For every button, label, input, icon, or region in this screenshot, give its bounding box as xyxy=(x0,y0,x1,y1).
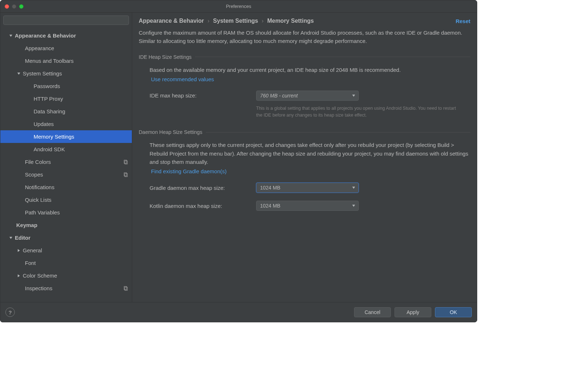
chevron-down-icon xyxy=(352,94,355,97)
tree-color-scheme[interactable]: Color Scheme xyxy=(0,269,132,282)
tree-android-sdk[interactable]: Android SDK xyxy=(0,143,132,156)
tree-appearance[interactable]: Appearance xyxy=(0,42,132,55)
tree-notifications[interactable]: Notifications xyxy=(0,181,132,193)
tree-label: Appearance xyxy=(25,45,54,51)
tree-inspections[interactable]: Inspections xyxy=(0,282,132,295)
tree-appearance-behavior[interactable]: Appearance & Behavior xyxy=(0,29,132,42)
tree-label: Editor xyxy=(15,235,30,241)
ide-heap-hint: This is a global setting that applies to… xyxy=(256,105,458,119)
svg-rect-3 xyxy=(125,161,128,164)
tree-label: Scopes xyxy=(25,171,43,178)
tree-general[interactable]: General xyxy=(0,244,132,257)
svg-rect-4 xyxy=(124,173,127,176)
breadcrumb-b[interactable]: System Settings xyxy=(213,18,258,24)
preferences-window: Preferences Appearan xyxy=(0,0,477,322)
content-pane: Appearance & Behavior › System Settings … xyxy=(132,13,477,302)
page-description: Configure the maximum amount of RAM the … xyxy=(132,29,477,52)
breadcrumb-a[interactable]: Appearance & Behavior xyxy=(139,18,204,24)
chevron-down-icon xyxy=(16,71,21,76)
daemon-heap-legend: Daemon Heap Size Settings xyxy=(139,129,202,135)
gradle-heap-select[interactable]: 1024 MB xyxy=(256,183,359,193)
project-scope-icon xyxy=(123,286,128,291)
tree-label: Inspections xyxy=(25,285,52,291)
tree-label: Menus and Toolbars xyxy=(25,58,74,64)
ide-heap-note: Based on the available memory and your c… xyxy=(150,66,470,74)
titlebar: Preferences xyxy=(0,0,477,13)
tree-updates[interactable]: Updates xyxy=(0,118,132,130)
settings-tree: Appearance & Behavior Appearance Menus a… xyxy=(0,28,132,302)
chevron-right-icon xyxy=(16,248,21,253)
tree-font[interactable]: Font xyxy=(0,257,132,269)
tree-label: General xyxy=(23,247,42,253)
search-input[interactable] xyxy=(3,16,129,25)
daemon-heap-note: These settings apply only to the current… xyxy=(150,141,470,166)
chevron-down-icon xyxy=(352,204,355,208)
window-title: Preferences xyxy=(0,4,477,9)
tree-label: Memory Settings xyxy=(34,134,74,140)
find-gradle-daemons-link[interactable]: Find existing Gradle daemon(s) xyxy=(151,168,227,174)
tree-label: HTTP Proxy xyxy=(34,96,63,102)
apply-button[interactable]: Apply xyxy=(394,307,431,317)
ide-max-heap-select[interactable]: 760 MB - current xyxy=(256,91,359,101)
footer: ? Cancel Apply OK xyxy=(0,302,477,322)
tree-data-sharing[interactable]: Data Sharing xyxy=(0,105,132,118)
tree-http-proxy[interactable]: HTTP Proxy xyxy=(0,92,132,105)
reset-link[interactable]: Reset xyxy=(456,18,470,24)
tree-label: File Colors xyxy=(25,159,51,165)
tree-keymap[interactable]: Keymap xyxy=(0,219,132,231)
breadcrumb-sep: › xyxy=(208,18,210,24)
minimize-window-button[interactable] xyxy=(12,4,16,9)
tree-scopes[interactable]: Scopes xyxy=(0,168,132,181)
kotlin-heap-label: Kotlin daemon max heap size: xyxy=(150,203,256,209)
ide-max-heap-label: IDE max heap size: xyxy=(150,92,256,99)
tree-label: Font xyxy=(25,260,36,266)
window-controls xyxy=(0,4,23,9)
chevron-down-icon xyxy=(352,186,355,190)
tree-passwords[interactable]: Passwords xyxy=(0,80,132,92)
ide-heap-fieldset: IDE Heap Size Settings Based on the avai… xyxy=(139,54,470,121)
tree-quick-lists[interactable]: Quick Lists xyxy=(0,193,132,206)
ide-heap-legend: IDE Heap Size Settings xyxy=(139,54,191,60)
close-window-button[interactable] xyxy=(5,4,9,9)
tree-label: Keymap xyxy=(16,222,37,228)
zoom-window-button[interactable] xyxy=(19,4,23,9)
project-scope-icon xyxy=(123,160,128,165)
tree-file-colors[interactable]: File Colors xyxy=(0,156,132,168)
tree-label: System Settings xyxy=(23,70,62,77)
tree-path-variables[interactable]: Path Variables xyxy=(0,206,132,219)
gradle-heap-label: Gradle daemon max heap size: xyxy=(150,185,256,191)
daemon-heap-fieldset: Daemon Heap Size Settings These settings… xyxy=(139,129,470,213)
breadcrumb-c: Memory Settings xyxy=(267,18,314,24)
tree-editor[interactable]: Editor xyxy=(0,231,132,244)
tree-label: Notifications xyxy=(25,184,55,190)
svg-rect-5 xyxy=(125,173,128,177)
tree-menus-toolbars[interactable]: Menus and Toolbars xyxy=(0,55,132,67)
tree-label: Color Scheme xyxy=(23,273,57,279)
tree-label: Path Variables xyxy=(25,209,60,215)
tree-label: Passwords xyxy=(34,83,60,89)
project-scope-icon xyxy=(123,172,128,177)
select-value: 1024 MB xyxy=(260,185,280,191)
kotlin-heap-select[interactable]: 1024 MB xyxy=(256,201,359,211)
tree-label: Updates xyxy=(34,121,54,127)
tree-label: Quick Lists xyxy=(25,197,51,203)
tree-label: Data Sharing xyxy=(34,108,65,114)
tree-memory-settings[interactable]: Memory Settings xyxy=(0,130,132,143)
select-value: 760 MB - current xyxy=(260,93,298,99)
divider xyxy=(206,132,470,132)
breadcrumb: Appearance & Behavior › System Settings … xyxy=(132,13,477,29)
svg-rect-2 xyxy=(124,160,127,163)
help-button[interactable]: ? xyxy=(5,308,15,317)
svg-rect-6 xyxy=(124,286,127,289)
sidebar: Appearance & Behavior Appearance Menus a… xyxy=(0,13,132,302)
chevron-right-icon xyxy=(16,273,21,278)
use-recommended-link[interactable]: Use recommended values xyxy=(151,76,214,82)
select-value: 1024 MB xyxy=(260,203,280,209)
cancel-button[interactable]: Cancel xyxy=(354,307,391,317)
chevron-down-icon xyxy=(8,33,13,38)
breadcrumb-sep: › xyxy=(262,18,263,24)
ok-button[interactable]: OK xyxy=(435,307,472,317)
tree-system-settings[interactable]: System Settings xyxy=(0,67,132,80)
divider xyxy=(195,57,470,57)
tree-label: Android SDK xyxy=(34,146,65,152)
